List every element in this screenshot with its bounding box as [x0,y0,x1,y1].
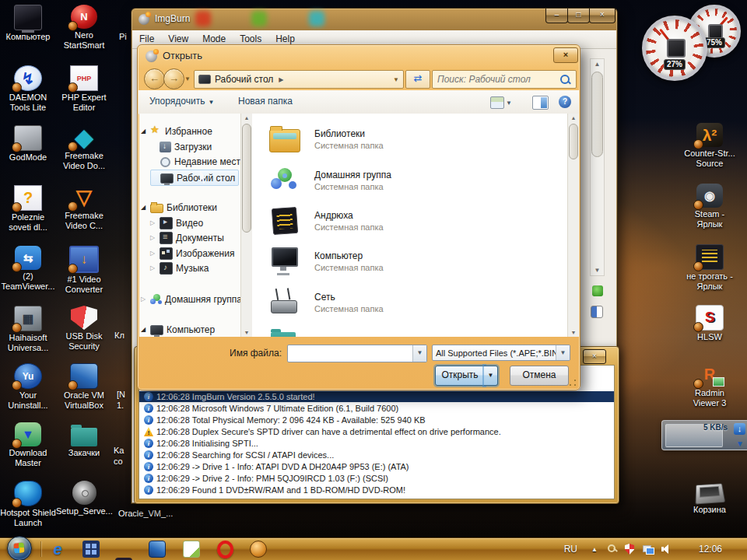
tree-expander-icon[interactable]: ▷ [150,234,160,241]
close-button[interactable]: × [589,9,615,23]
imgburn-icon[interactable] [250,541,267,558]
breadcrumb[interactable]: Рабочий стол ▶ ▼ [194,70,404,89]
file-list-scrollbar[interactable]: ▲ ▼ [567,114,579,337]
file-row-домашняя-группа[interactable]: Домашняя группаСистемная папка [252,165,567,205]
tree-item-изображения[interactable]: ▷Изображения [150,246,234,261]
breadcrumb-location[interactable]: Рабочий стол [215,74,273,85]
dialog-close-button[interactable]: × [553,47,578,63]
steam-icon[interactable]: ◉ [696,184,723,208]
tree-expander-icon[interactable]: ◢ [141,128,150,135]
help-doc-icon[interactable]: ? [14,185,42,211]
cpu-gauge-gadget[interactable]: 27% [642,16,707,81]
tree-item-видео[interactable]: ▷Видео [150,215,203,230]
scrollbar-thumb[interactable] [591,72,603,157]
file-row[interactable] [252,327,567,337]
log-line[interactable]: i12:06:28 Searching for SCSI / ATAPI dev… [139,450,614,460]
user-pc-icon[interactable] [696,244,724,270]
log-line[interactable]: i12:06:29 -> Drive 2 - Info: PMH 5QJO9IR… [139,473,614,484]
virtualbox-icon[interactable] [70,363,98,389]
network-speed-gadget[interactable]: 5 KB/s ↓ ▼ [661,420,747,450]
tree-expander-icon[interactable]: ▷ [150,250,160,257]
computer-icon[interactable] [14,5,42,30]
file-row-сеть[interactable]: СетьСистемная папка [252,287,567,327]
tree-item-документы[interactable]: ▷Документы [150,230,224,245]
file-list[interactable]: БиблиотекиСистемная папкаДомашняя группа… [252,114,567,337]
scroll-down-icon[interactable]: ▼ [591,267,604,274]
filetype-dropdown-icon[interactable]: ▼ [556,345,570,360]
recycle-bin-icon[interactable] [696,483,725,504]
help-button[interactable]: ? [559,96,571,108]
menu-mode[interactable]: Mode [195,30,233,44]
tree-expander-icon[interactable]: ▷ [150,264,160,271]
organize-button[interactable]: Упорядочить▼ [149,96,214,107]
tree-item-недавние-места[interactable]: Недавние места [150,154,240,169]
preview-pane-button[interactable] [532,96,549,110]
filename-combo[interactable]: ▼ [287,345,427,362]
scroll-down-icon[interactable]: ▼ [241,330,252,335]
resize-grip[interactable] [569,379,577,387]
app-tiles-icon[interactable] [82,541,100,558]
radmin-icon[interactable]: R [696,362,723,387]
volume-tray-icon[interactable] [661,544,672,555]
usb-security-icon[interactable] [71,306,97,330]
log-line[interactable]: i12:06:29 -> Drive 1 - Info: ATAPI DVD A… [139,461,614,472]
scroll-up-icon[interactable]: ▲ [568,115,579,121]
log-line[interactable]: i12:06:29 Found 1 DVD±RW/RAM and 1 BD-RO… [139,485,614,495]
tree-expander-icon[interactable]: ◢ [141,326,150,333]
breadcrumb-arrow-icon[interactable]: ▶ [279,76,283,83]
opera-icon[interactable] [216,541,233,558]
tree-item-домашняя-группа[interactable]: ▷Домашняя группа [141,292,240,306]
haihaisoft-icon[interactable]: ▦ [14,306,42,331]
menu-file[interactable]: File [132,30,161,44]
godmode-icon[interactable] [14,125,42,151]
navigation-tree[interactable]: ◢ИзбранноеЗагрузкиНедавние местаРабочий … [139,114,240,337]
log-line[interactable]: i12:06:28 Initialising SPTI... [139,438,614,449]
freemake-orange-icon[interactable]: ▽ [71,185,97,209]
scroll-down-icon[interactable]: ▼ [568,330,579,335]
search-box[interactable] [432,70,577,89]
minimize-button[interactable]: – [545,9,568,23]
menu-help[interactable]: Help [268,30,302,44]
maximize-button[interactable]: □ [567,9,590,23]
breadcrumb-dropdown-icon[interactable]: ▼ [393,76,399,83]
hotspot-shield-icon[interactable] [14,481,42,506]
new-folder-button[interactable]: Новая папка [238,96,293,107]
half-life-lambda-icon[interactable]: λ² [696,123,723,147]
scroll-up-icon[interactable]: ▲ [241,115,252,121]
open-button-split-arrow[interactable]: ▼ [484,366,498,386]
internet-explorer-icon[interactable]: e [49,541,66,558]
security-shield-tray-icon[interactable] [624,544,635,555]
log-line[interactable]: !12:06:28 Duplex Secure's SPTD driver ca… [139,426,614,437]
scroll-up-icon[interactable]: ▲ [591,61,604,68]
log-line[interactable]: i12:06:28 Microsoft Windows 7 Ultimate E… [139,403,614,414]
folder-icon[interactable] [71,428,97,446]
setup-cd-icon[interactable] [72,481,96,505]
filename-input[interactable] [290,346,410,361]
menu-view[interactable]: View [161,30,195,44]
tree-item-компьютер[interactable]: ◢Компьютер [141,322,215,337]
change-view-chevron-icon[interactable]: ▼ [506,100,512,107]
download-arrow-icon[interactable]: ↓ [734,423,745,435]
filename-dropdown-icon[interactable]: ▼ [412,345,426,362]
log-line[interactable]: i12:06:28 Total Physical Memory: 2 096 4… [139,415,614,425]
key-tray-icon[interactable] [607,544,618,555]
nero-icon[interactable]: N [71,5,97,29]
clock[interactable]: 12:06 [699,544,722,555]
back-button[interactable]: ← [144,68,165,89]
language-indicator[interactable]: RU [564,544,577,555]
tree-item-библиотеки[interactable]: ◢Библиотеки [141,200,217,215]
file-row-компьютер[interactable]: КомпьютерСистемная папка [252,246,567,286]
tree-item-музыка[interactable]: ▷Музыка [150,261,209,275]
cancel-button[interactable]: Отмена [510,366,569,386]
tree-expander-icon[interactable]: ◢ [141,204,150,211]
vertical-scrollbar[interactable]: ▲ ▼ [590,58,605,276]
imgburn-titlebar[interactable]: ImgBurn – □ × [132,9,617,30]
tree-item-загрузки[interactable]: Загрузки [150,139,212,154]
virtualbox-icon[interactable] [149,541,166,558]
tree-item-рабочий-стол[interactable]: Рабочий стол [150,170,239,186]
recent-locations-chevron-icon[interactable]: ▼ [184,75,191,82]
notes-app-icon[interactable] [183,541,200,558]
daemon-tools-icon[interactable]: ↯ [14,65,42,91]
hlsw-icon[interactable]: S [696,305,724,331]
tree-scrollbar[interactable]: ▲ ▼ [240,114,252,337]
